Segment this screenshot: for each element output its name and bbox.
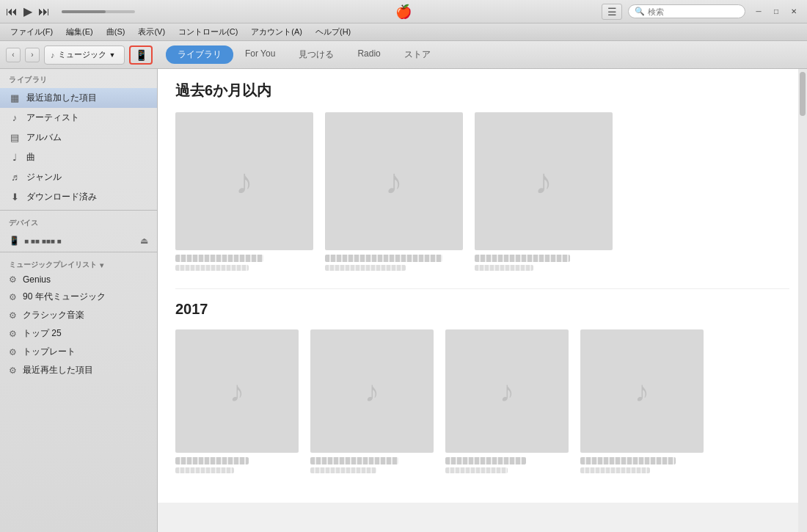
close-button[interactable]: ✕	[786, 4, 801, 19]
search-icon: 🔍	[635, 7, 645, 16]
playlist-genius-label: Genius	[23, 274, 51, 285]
playlist-genius[interactable]: ⚙ Genius	[0, 272, 157, 288]
sidebar-item-albums[interactable]: ▤ アルバム	[0, 128, 157, 147]
playlist-toprated[interactable]: ⚙ トップレート	[0, 343, 157, 361]
sidebar-item-genres[interactable]: ♬ ジャンル	[0, 167, 157, 187]
search-input[interactable]	[648, 7, 736, 16]
album-card-5[interactable]: ♪	[310, 329, 434, 473]
album-subtitle-4	[175, 467, 234, 473]
menu-file[interactable]: ファイル(F)	[4, 25, 59, 39]
playlist-recent-played[interactable]: ⚙ 最近再生した項目	[0, 361, 157, 379]
song-icon: ♩	[9, 152, 21, 163]
transport-controls: ⏮ ▶ ⏭	[6, 4, 135, 18]
music-note-icon-2: ♪	[385, 161, 403, 202]
album-subtitle-2	[325, 265, 406, 271]
tab-radio[interactable]: Radio	[346, 45, 392, 64]
gear-icon-classic: ⚙	[9, 310, 17, 321]
playlist-top25-label: トップ 25	[23, 327, 62, 340]
device-name-dots: ■ ■■ ■■■ ■	[24, 237, 62, 245]
album-art-4: ♪	[175, 329, 299, 453]
album-subtitle-7	[580, 467, 650, 473]
device-button[interactable]: 📱	[129, 45, 153, 65]
device-item[interactable]: 📱 ■ ■■ ■■■ ■ ⏏	[0, 233, 157, 249]
gear-icon-90s: ⚙	[9, 292, 17, 302]
tab-store[interactable]: ストア	[392, 45, 442, 64]
music-selector[interactable]: ♪ ミュージック ▼	[44, 45, 125, 65]
sidebar-item-artists[interactable]: ♪ アーティスト	[0, 108, 157, 128]
note-icon: ♪	[51, 51, 55, 59]
content-area: 過去6か月以内 ♪ ♪	[158, 69, 807, 503]
album-card-3[interactable]: ♪	[475, 112, 613, 271]
menu-help[interactable]: ヘルプ(H)	[310, 25, 357, 39]
album-card-2[interactable]: ♪	[325, 112, 463, 271]
list-icon: ☰	[607, 6, 617, 18]
genre-icon: ♬	[9, 172, 21, 183]
progress-bar[interactable]	[62, 10, 135, 13]
window-controls: ─ □ ✕	[751, 4, 801, 19]
device-phone-icon: 📱	[9, 236, 20, 246]
playlist-top25[interactable]: ⚙ トップ 25	[0, 324, 157, 343]
music-selector-label: ミュージック	[58, 49, 106, 60]
phone-icon: 📱	[135, 49, 147, 61]
play-button[interactable]: ▶	[23, 4, 32, 18]
album-title-3	[475, 255, 570, 262]
menu-account[interactable]: アカウント(A)	[245, 25, 308, 39]
tab-library[interactable]: ライブラリ	[166, 45, 233, 64]
music-note-icon-7: ♪	[635, 375, 649, 408]
minimize-button[interactable]: ─	[751, 4, 766, 19]
album-card-7[interactable]: ♪	[580, 329, 704, 473]
back-button[interactable]: ‹	[6, 48, 21, 62]
playlist-90s[interactable]: ⚙ 90 年代ミュージック	[0, 288, 157, 306]
sidebar-item-genres-label: ジャンル	[26, 171, 62, 183]
sidebar-item-downloaded[interactable]: ⬇ ダウンロード済み	[0, 187, 157, 207]
menu-controls[interactable]: コントロール(C)	[172, 25, 244, 39]
maximize-button[interactable]: □	[769, 4, 784, 19]
album-art-5: ♪	[310, 329, 434, 453]
rewind-button[interactable]: ⏮	[6, 5, 18, 18]
menu-song[interactable]: 曲(S)	[101, 25, 131, 39]
title-bar-center: 🍎	[395, 4, 412, 20]
sidebar-item-recent[interactable]: ▦ 最近追加した項目	[0, 88, 157, 108]
gear-icon-top25: ⚙	[9, 329, 17, 339]
scrollbar-track[interactable]	[798, 69, 807, 532]
tab-for-you[interactable]: For You	[233, 45, 287, 64]
section-divider	[175, 288, 789, 289]
list-view-button[interactable]: ☰	[602, 4, 622, 20]
dropdown-arrow-icon: ▼	[109, 51, 116, 59]
playlist-classic[interactable]: ⚙ クラシック音楽	[0, 306, 157, 324]
sidebar-item-artists-label: アーティスト	[26, 112, 79, 124]
playlist-section-title: ミュージックプレイリスト	[9, 260, 97, 270]
menu-edit[interactable]: 編集(E)	[60, 25, 99, 39]
menu-view[interactable]: 表示(V)	[132, 25, 171, 39]
album-card-6[interactable]: ♪	[445, 329, 569, 473]
sidebar-item-songs[interactable]: ♩ 曲	[0, 147, 157, 167]
album-card-4[interactable]: ♪	[175, 329, 299, 473]
album-title-1	[175, 255, 263, 262]
search-box[interactable]: 🔍	[628, 4, 745, 18]
fastforward-button[interactable]: ⏭	[38, 5, 50, 18]
tab-discover[interactable]: 見つける	[287, 45, 346, 64]
scrollbar-thumb[interactable]	[800, 72, 806, 116]
main-layout: ライブラリ ▦ 最近追加した項目 ♪ アーティスト ▤ アルバム ♩ 曲 ♬ ジ…	[0, 69, 807, 532]
download-icon: ⬇	[9, 192, 21, 203]
album-card-1[interactable]: ♪	[175, 112, 313, 271]
content-wrapper: 過去6か月以内 ♪ ♪	[158, 69, 807, 532]
album-icon: ▤	[9, 132, 21, 143]
album-title-4	[175, 457, 249, 464]
album-art-7: ♪	[580, 329, 704, 453]
section2-title: 2017	[175, 301, 789, 318]
album-subtitle-3	[475, 265, 533, 271]
menu-bar: ファイル(F) 編集(E) 曲(S) 表示(V) コントロール(C) アカウント…	[0, 23, 807, 41]
album-art-6: ♪	[445, 329, 569, 453]
eject-icon[interactable]: ⏏	[140, 236, 148, 246]
playlist-section-header[interactable]: ミュージックプレイリスト ▾	[0, 255, 157, 272]
playlist-chevron-icon: ▾	[100, 261, 103, 269]
gear-icon-genius: ⚙	[9, 274, 17, 285]
grid-icon: ▦	[9, 92, 21, 103]
library-section-title: ライブラリ	[0, 69, 157, 88]
playlist-recent-played-label: 最近再生した項目	[23, 364, 93, 376]
title-bar: ⏮ ▶ ⏭ 🍎 ☰ 🔍 ─ □ ✕	[0, 0, 807, 23]
forward-button[interactable]: ›	[25, 48, 40, 62]
playlist-classic-label: クラシック音楽	[23, 309, 84, 321]
progress-bar-fill	[62, 10, 106, 13]
